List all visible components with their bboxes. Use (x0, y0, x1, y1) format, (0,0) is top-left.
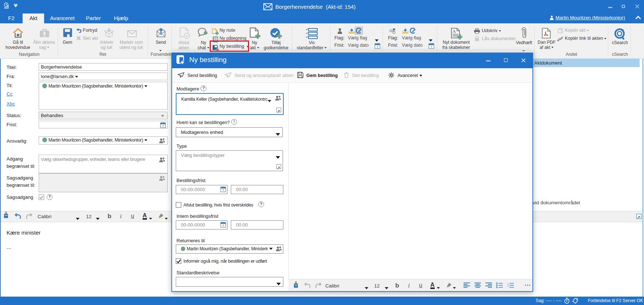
svg-text:1: 1 (507, 283, 509, 285)
svg-text:7: 7 (431, 45, 432, 49)
svg-text:7: 7 (222, 224, 224, 227)
svg-text:A: A (453, 29, 456, 34)
svg-text:7: 7 (222, 189, 224, 192)
svg-text:2: 2 (507, 285, 509, 287)
svg-text:7: 7 (162, 124, 164, 128)
svg-text:7: 7 (377, 45, 379, 49)
